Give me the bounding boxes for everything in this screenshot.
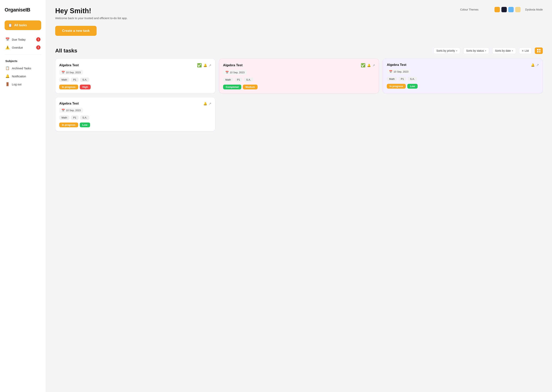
check-complete-icon: ✅	[197, 63, 202, 68]
grid-icon	[537, 49, 540, 52]
bell-nav-icon: 🔔	[5, 74, 10, 78]
tag-sa: S.A.	[80, 115, 89, 120]
tag-math: Math	[59, 77, 69, 82]
tasks-section-title: All tasks	[55, 48, 430, 54]
bell-icon[interactable]: 🔔	[203, 102, 207, 105]
list-icon: ≡	[522, 49, 523, 52]
task-badges: In progress Low	[387, 84, 539, 89]
task-tags: Math P1 S.A.	[59, 115, 211, 120]
due-today-badge: 1	[36, 37, 40, 42]
sort-date-chevron-icon: ▾	[512, 49, 513, 52]
sort-status-chevron-icon: ▾	[485, 49, 486, 52]
overdue-badge: 2	[36, 45, 40, 49]
sort-date-button[interactable]: Sorts by date ▾	[492, 48, 516, 54]
swatch-orange[interactable]	[494, 7, 500, 12]
calendar-date-icon: 📅	[62, 109, 65, 112]
tag-p1: P1	[71, 115, 79, 120]
task-date: 📅 10 Sep, 2023	[387, 69, 411, 74]
tag-math: Math	[59, 115, 69, 120]
archive-icon: 📋	[5, 66, 10, 70]
greeting-subtitle: Welcome back to your trusted and efficie…	[55, 16, 127, 20]
calendar-date-icon: 📅	[225, 71, 229, 74]
view-grid-button[interactable]	[535, 48, 543, 54]
task-date: 📅 10 Sep, 2023	[59, 108, 83, 113]
task-tags: Math P1 S.A.	[223, 77, 375, 82]
share-icon[interactable]: ↗	[209, 63, 211, 67]
task-card-title: Algebra Test	[59, 102, 202, 105]
swatch-blue[interactable]	[508, 7, 514, 12]
logout-label: Log out	[12, 83, 22, 86]
swatch-yellow[interactable]	[515, 7, 521, 12]
date-value: 10 Sep, 2023	[230, 71, 245, 74]
share-icon[interactable]: ↗	[536, 63, 539, 67]
tasks-grid: Algebra Test ✅ 🔔 ↗ 📅 10 Sep, 2023 Math P…	[55, 59, 543, 131]
task-card-title: Algebra Test	[59, 63, 196, 67]
sort-priority-chevron-icon: ▾	[456, 49, 457, 52]
task-badges: In progress High	[59, 84, 211, 89]
sort-status-label: Sorts by status	[466, 49, 484, 52]
status-badge: In progress	[59, 84, 78, 89]
create-task-button[interactable]: Create a new task	[55, 26, 97, 36]
task-card-title: Algebra Test	[223, 63, 359, 67]
task-badges: Completed Medium	[223, 84, 375, 89]
task-date: 📅 10 Sep, 2023	[59, 70, 83, 75]
tag-math: Math	[387, 77, 397, 81]
theme-label: Colour Themes	[460, 8, 478, 11]
date-value: 10 Sep, 2023	[66, 109, 81, 112]
view-list-button[interactable]: ≡ List	[519, 48, 532, 54]
app-logo: OrganiseIB	[5, 7, 41, 13]
task-card-header: Algebra Test 🔔 ↗	[387, 63, 539, 67]
swatch-dark[interactable]	[501, 7, 507, 12]
bell-icon[interactable]: 🔔	[531, 63, 535, 67]
tag-math: Math	[223, 77, 233, 82]
task-card[interactable]: Algebra Test ✅ 🔔 ↗ 📅 10 Sep, 2023 Math P…	[219, 59, 379, 93]
tasks-header: All tasks Sorts by priority ▾ Sorts by s…	[55, 48, 543, 54]
task-card-header: Algebra Test ✅ 🔔 ↗	[59, 63, 211, 68]
sidebar-item-subjects[interactable]: Subjects	[5, 58, 41, 64]
clipboard-icon: 📋	[8, 23, 12, 27]
date-value: 10 Sep, 2023	[393, 70, 408, 73]
sort-priority-button[interactable]: Sorts by priority ▾	[434, 48, 460, 54]
status-badge: Completed	[223, 84, 241, 89]
due-today-label: Due Today	[12, 38, 25, 41]
view-list-label: List	[525, 49, 529, 52]
task-card[interactable]: Algebra Test 🔔 ↗ 📅 10 Sep, 2023 Math P1 …	[383, 59, 543, 93]
priority-badge: Medium	[243, 84, 258, 89]
all-tasks-label: All tasks	[14, 24, 27, 27]
sidebar-item-logout[interactable]: 🚪 Log out	[5, 80, 41, 88]
bell-icon[interactable]: 🔔	[203, 63, 207, 67]
check-complete-icon: ✅	[361, 63, 365, 68]
header-right: Colour Themes Dyslexia Mode	[460, 7, 543, 12]
task-card-header: Algebra Test ✅ 🔔 ↗	[223, 63, 375, 68]
task-card[interactable]: Algebra Test ✅ 🔔 ↗ 📅 10 Sep, 2023 Math P…	[55, 59, 215, 93]
share-icon[interactable]: ↗	[209, 102, 211, 105]
bell-icon[interactable]: 🔔	[367, 63, 371, 67]
calendar-date-icon: 📅	[62, 71, 65, 74]
sidebar-item-notification[interactable]: 🔔 Notification	[5, 72, 41, 80]
sidebar-item-archived[interactable]: 📋 Archived Tasks	[5, 64, 41, 72]
task-badges: In progress Low	[59, 123, 211, 127]
sidebar-item-due-today[interactable]: 📅 Due Today 1	[5, 35, 41, 43]
overdue-icon: ⚠️	[5, 45, 10, 49]
logout-icon: 🚪	[5, 82, 10, 86]
tag-p1: P1	[399, 77, 406, 81]
main-content: Hey Smith! Welcome back to your trusted …	[46, 0, 552, 392]
sidebar-item-overdue[interactable]: ⚠️ Overdue 2	[5, 43, 41, 51]
sort-status-button[interactable]: Sorts by status ▾	[463, 48, 489, 54]
nav-divider	[5, 55, 41, 55]
tag-sa: S.A.	[80, 77, 89, 82]
priority-badge: Low	[407, 84, 418, 89]
sort-date-label: Sorts by date	[495, 49, 511, 52]
overdue-label: Overdue	[12, 46, 23, 49]
tag-p1: P1	[235, 77, 242, 82]
archived-label: Archived Tasks	[12, 67, 31, 70]
task-card[interactable]: Algebra Test 🔔 ↗ 📅 10 Sep, 2023 Math P1 …	[55, 97, 215, 131]
dyslexia-mode-label: Dyslexia Mode	[525, 8, 543, 11]
share-icon[interactable]: ↗	[372, 63, 375, 67]
task-card-header: Algebra Test 🔔 ↗	[59, 102, 211, 105]
all-tasks-nav-button[interactable]: 📋 All tasks	[5, 21, 41, 30]
greeting-heading: Hey Smith!	[55, 7, 127, 15]
calendar-icon: 📅	[5, 37, 10, 42]
task-date: 📅 10 Sep, 2023	[223, 70, 247, 75]
tag-sa: S.A.	[408, 77, 417, 81]
